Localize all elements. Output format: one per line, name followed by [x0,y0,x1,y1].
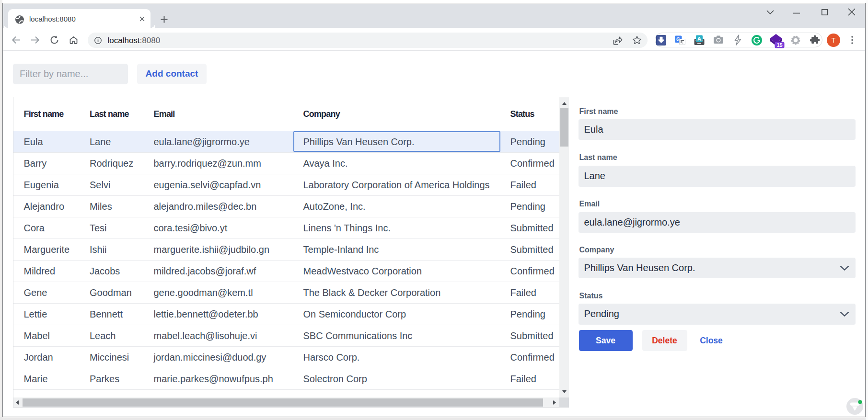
svg-text:15: 15 [776,42,782,48]
